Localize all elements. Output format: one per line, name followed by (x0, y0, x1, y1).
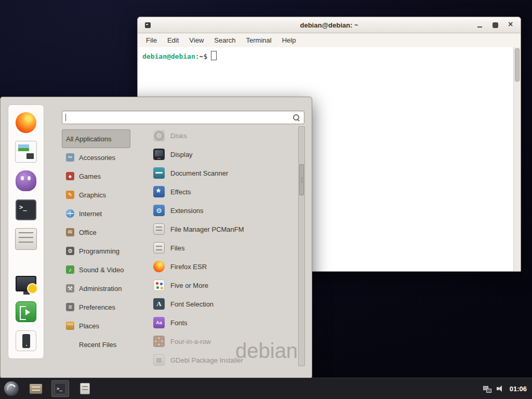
search-caret (65, 114, 66, 121)
internet-icon (66, 209, 74, 218)
file-manager-pcmanfm-icon (153, 223, 165, 235)
taskbar: 01:06 (0, 378, 532, 399)
minimize-button[interactable] (476, 22, 483, 29)
category-label: All Applications (66, 135, 111, 143)
gdebi-icon (153, 354, 165, 366)
terminal-menubar: FileEditViewSearchTerminalHelp (138, 33, 521, 48)
menu-button[interactable] (2, 379, 21, 398)
fonts-icon (153, 317, 165, 328)
font-selection-icon (153, 298, 165, 310)
terminal-small-icon (55, 383, 66, 394)
category-item[interactable]: Places (62, 316, 130, 335)
favorites-group-system (14, 271, 38, 352)
application-label: File Manager PCManFM (170, 225, 244, 233)
pictures-icon (15, 141, 37, 163)
category-label: Games (79, 172, 101, 180)
terminal-menu-item[interactable]: View (184, 33, 209, 47)
favorite-button[interactable] (14, 169, 38, 192)
category-label: Accessories (79, 154, 115, 162)
terminal-titlebar[interactable]: debian@debian: ~ (138, 17, 521, 33)
application-label: Firefox ESR (170, 263, 207, 271)
menu-scrollbar[interactable] (298, 126, 305, 366)
extensions-icon (153, 205, 165, 216)
application-item[interactable]: Fonts (149, 313, 298, 332)
shut-down-icon (16, 330, 36, 351)
office-icon (66, 228, 74, 236)
category-item[interactable]: Administration (62, 279, 130, 298)
category-label: Sound & Video (79, 266, 124, 274)
category-list: All Applications Accessories Games Graph… (62, 129, 130, 354)
close-button[interactable] (508, 22, 514, 29)
taskbar-button[interactable] (27, 380, 45, 397)
maximize-button[interactable] (492, 22, 499, 29)
category-item[interactable]: Programming (62, 242, 130, 260)
sound-video-icon (66, 265, 74, 274)
application-label: Display (170, 151, 193, 158)
terminal-scrollbar[interactable] (513, 47, 521, 271)
category-item[interactable]: Accessories (62, 148, 130, 167)
application-label: Document Scanner (170, 169, 228, 177)
terminal-menu-item[interactable]: File (141, 33, 162, 47)
category-item[interactable]: Internet (62, 204, 130, 223)
terminal-scrollbar-thumb[interactable] (515, 48, 520, 82)
application-item[interactable]: Five or More (149, 276, 298, 295)
system-button[interactable] (14, 300, 38, 323)
games-icon (66, 172, 74, 180)
log-out-icon (16, 301, 36, 322)
terminal-menu-item[interactable]: Search (209, 33, 241, 47)
application-label: Font Selection (170, 300, 214, 308)
system-button[interactable] (14, 329, 38, 352)
application-label: Files (170, 244, 184, 252)
favorites-group-top (14, 111, 38, 250)
system-tray: 01:06 (483, 385, 532, 393)
search-box (62, 111, 304, 124)
application-item[interactable]: Files (149, 238, 298, 257)
accessories-icon (66, 153, 74, 162)
document-scanner-icon (153, 167, 165, 179)
application-label: Fonts (170, 319, 188, 327)
system-button[interactable] (14, 271, 38, 294)
application-item[interactable]: Effects (149, 182, 298, 201)
category-item[interactable]: Office (62, 223, 130, 242)
terminal-menu-item[interactable]: Help (277, 33, 301, 47)
favorite-button[interactable] (14, 111, 38, 134)
prompt-user: debian@debian (142, 52, 195, 60)
category-item[interactable]: Games (62, 167, 130, 185)
category-label: Internet (79, 210, 102, 218)
favorite-button[interactable] (14, 198, 38, 221)
application-item[interactable]: GDebi Package Installer (149, 351, 298, 366)
category-item[interactable]: All Applications (62, 129, 130, 148)
desktop: debian@debian: ~ FileEditViewSearchTermi… (0, 0, 532, 399)
category-item[interactable]: Recent Files (62, 335, 130, 354)
application-item[interactable]: Display (149, 145, 298, 164)
network-icon[interactable] (483, 385, 491, 393)
application-item[interactable]: Disks (149, 126, 298, 145)
application-item[interactable]: Firefox ESR (149, 257, 298, 276)
terminal-menu-item[interactable]: Terminal (241, 33, 277, 47)
application-label: Five or More (170, 282, 208, 289)
application-label: Effects (170, 188, 191, 196)
application-item[interactable]: Four-in-a-row (149, 332, 298, 351)
terminal-menu-item[interactable]: Edit (162, 33, 184, 47)
application-label: Four-in-a-row (170, 338, 211, 345)
category-item[interactable]: Graphics (62, 185, 130, 204)
application-item[interactable]: Document Scanner (149, 164, 298, 182)
taskbar-button[interactable] (76, 380, 94, 397)
category-item[interactable]: Preferences (62, 298, 130, 316)
application-item[interactable]: Font Selection (149, 295, 298, 313)
favorite-button[interactable] (14, 140, 38, 163)
search-input[interactable] (62, 111, 304, 124)
favorite-button[interactable] (14, 228, 38, 250)
application-item[interactable]: File Manager PCManFM (149, 220, 298, 238)
category-item[interactable]: Sound & Video (62, 260, 130, 279)
menu-scrollbar-thumb[interactable] (299, 164, 304, 195)
application-item[interactable]: Extensions (149, 201, 298, 220)
volume-icon[interactable] (497, 385, 504, 392)
clock[interactable]: 01:06 (510, 385, 527, 393)
prompt-symbol: $ (203, 52, 207, 60)
category-label: Office (79, 229, 97, 236)
file-manager-drawer-icon (30, 384, 42, 394)
taskbar-button[interactable] (51, 380, 69, 397)
category-label: Preferences (79, 303, 115, 311)
five-or-more-icon (153, 280, 165, 291)
